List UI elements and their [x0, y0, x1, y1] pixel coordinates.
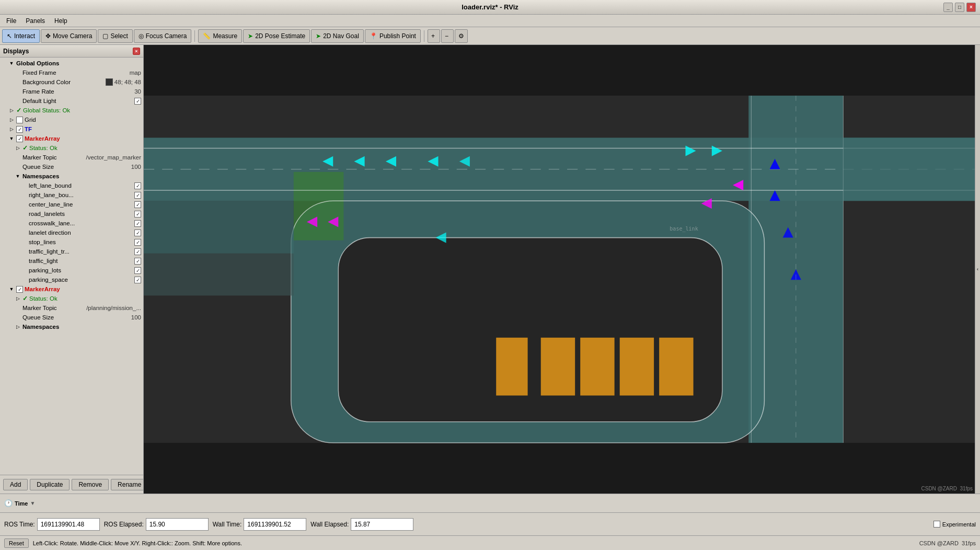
pose-estimate-button[interactable]: ➤ 2D Pose Estimate — [243, 29, 310, 43]
minimize-button[interactable]: _ — [943, 3, 953, 12]
queue-size-1-label: Queue Size — [22, 164, 130, 170]
select-icon: ▢ — [102, 32, 108, 40]
displays-title: Displays — [3, 48, 29, 55]
wall-time-label: Wall Time: — [213, 521, 242, 528]
tf-label: TF — [25, 126, 141, 132]
namespaces-2-expand[interactable]: ▷ — [15, 324, 21, 330]
ns-traffic-light-tr-row: traffic_light_tr... ✓ — [0, 247, 143, 256]
ns-center-lane-checkbox[interactable]: ✓ — [134, 201, 141, 208]
status-ok-1-expand[interactable]: ▷ — [15, 145, 21, 151]
global-status-expand[interactable]: ▷ — [8, 107, 15, 113]
global-options-expand[interactable]: ▼ — [8, 60, 15, 66]
rename-button[interactable]: Rename — [111, 479, 144, 490]
zoom-plus-button[interactable]: + — [428, 29, 440, 43]
background-color-swatch[interactable] — [106, 78, 113, 86]
namespaces-1-expand[interactable]: ▼ — [15, 173, 21, 179]
menubar: File Panels Help — [0, 15, 980, 27]
measure-icon: 📏 — [203, 32, 211, 40]
ns-lanelet-dir-checkbox[interactable]: ✓ — [134, 230, 141, 236]
3d-viewport[interactable]: base_link ‹ CSDN @ZARD 31fps — [144, 45, 980, 494]
ns-right-lane-row: right_lane_bou... ✓ — [0, 190, 143, 200]
fixed-frame-row: Fixed Frame map — [0, 68, 143, 77]
time-expand-button[interactable]: ▼ — [30, 500, 35, 506]
ns-traffic-light-tr-label: traffic_light_tr... — [29, 248, 133, 255]
frame-rate-value: 30 — [134, 88, 141, 95]
ns-parking-space-checkbox[interactable]: ✓ — [134, 277, 141, 283]
marker-array-1-checkbox[interactable]: ✓ — [16, 135, 23, 142]
right-panel-handle[interactable]: ‹ — [975, 45, 980, 494]
status-ok-2-expand[interactable]: ▷ — [15, 295, 21, 302]
ns-left-lane-checkbox[interactable]: ✓ — [134, 182, 141, 189]
global-status-row: ▷ ✓ Global Status: Ok — [0, 106, 143, 115]
ns-stop-lines-checkbox[interactable]: ✓ — [134, 239, 141, 246]
ros-elapsed-value: 15.90 — [146, 518, 209, 531]
marker-array-1-expand[interactable]: ▼ — [8, 135, 15, 142]
focus-camera-label: Focus Camera — [146, 32, 187, 40]
measure-button[interactable]: 📏 Measure — [198, 29, 242, 43]
select-button[interactable]: ▢ Select — [98, 29, 132, 43]
pose-estimate-icon: ➤ — [248, 32, 253, 40]
frame-rate-spacer — [15, 88, 21, 95]
experimental-label: Experimental — [942, 521, 976, 528]
ns-left-lane-row: left_lane_bound ✓ — [0, 181, 143, 190]
ns-parking-space-label: parking_space — [29, 277, 133, 283]
tf-expand[interactable]: ▷ — [8, 126, 15, 132]
tf-checkbox[interactable]: ✓ — [16, 126, 23, 133]
svg-text:base_link: base_link — [670, 226, 698, 232]
ns-traffic-light-checkbox[interactable]: ✓ — [134, 258, 141, 265]
duplicate-button[interactable]: Duplicate — [30, 479, 70, 490]
marker-array-2-expand[interactable]: ▼ — [8, 286, 15, 292]
ns-left-lane-label: left_lane_bound — [29, 182, 133, 189]
remove-button[interactable]: Remove — [72, 479, 109, 490]
default-light-checkbox[interactable]: ✓ — [134, 98, 141, 105]
ns-crosswalk-checkbox[interactable]: ✓ — [134, 220, 141, 227]
queue-size-2-value: 100 — [131, 314, 141, 320]
focus-camera-icon: ◎ — [139, 32, 144, 40]
svg-rect-11 — [294, 172, 344, 240]
namespaces-2-row: ▷ Namespaces — [0, 322, 143, 331]
marker-topic-1-label: Marker Topic — [22, 154, 85, 161]
ns-parking-lots-checkbox[interactable]: ✓ — [134, 267, 141, 274]
experimental-checkbox[interactable] — [933, 521, 940, 528]
maximize-button[interactable]: □ — [955, 3, 964, 12]
publish-point-button[interactable]: 📍 Publish Point — [365, 29, 421, 43]
menu-file[interactable]: File — [2, 16, 20, 26]
toolbar-separator-2 — [424, 30, 424, 42]
global-status-label: Global Status: Ok — [23, 107, 141, 113]
ns-right-lane-checkbox[interactable]: ✓ — [134, 192, 141, 199]
fixed-frame-spacer — [15, 70, 21, 76]
marker-array-2-checkbox[interactable]: ✓ — [16, 286, 23, 293]
zoom-minus-button[interactable]: − — [441, 29, 454, 43]
ns-road-lanelets-label: road_lanelets — [29, 211, 133, 217]
select-label: Select — [110, 32, 128, 40]
ns-road-lanelets-checkbox[interactable]: ✓ — [134, 211, 141, 217]
close-button[interactable]: × — [966, 3, 976, 12]
grid-expand[interactable]: ▷ — [8, 117, 15, 123]
tf-row: ▷ ✓ TF — [0, 124, 143, 134]
default-light-spacer — [15, 98, 21, 104]
add-button[interactable]: Add — [3, 479, 28, 490]
interact-label: Interact — [14, 32, 35, 40]
focus-camera-button[interactable]: ◎ Focus Camera — [134, 29, 192, 43]
reset-button[interactable]: Reset — [4, 538, 29, 548]
fps-counter: CSDN @ZARD 31fps — [919, 540, 976, 546]
interact-button[interactable]: ↖ Interact — [2, 29, 40, 43]
map-visualization: base_link — [144, 45, 980, 494]
view-settings-button[interactable]: ⚙ — [455, 29, 468, 43]
helpbar: Reset Left-Click: Rotate. Middle-Click: … — [0, 535, 980, 550]
displays-close-button[interactable]: × — [133, 48, 140, 55]
move-camera-button[interactable]: ✥ Move Camera — [41, 29, 97, 43]
status-ok-2-label: Status: Ok — [29, 295, 141, 302]
ns-center-lane-label: center_lane_line — [29, 201, 133, 208]
grid-checkbox[interactable] — [16, 117, 23, 123]
ns-traffic-light-tr-checkbox[interactable]: ✓ — [134, 248, 141, 255]
background-color-label: Background Color — [22, 79, 104, 85]
status-ok-1-check-icon: ✓ — [22, 144, 28, 152]
nav-goal-button[interactable]: ➤ 2D Nav Goal — [311, 29, 364, 43]
watermark: CSDN @ZARD 31fps — [921, 486, 973, 491]
wall-time-value: 1691139901.52 — [244, 518, 306, 531]
menu-help[interactable]: Help — [50, 16, 72, 26]
menu-panels[interactable]: Panels — [21, 16, 49, 26]
fixed-frame-value: map — [130, 70, 141, 76]
svg-rect-9 — [620, 338, 654, 396]
